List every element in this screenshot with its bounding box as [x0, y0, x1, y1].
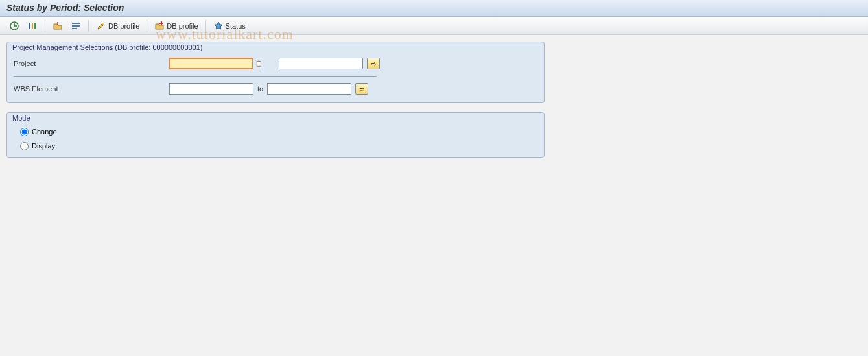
- db-profile-create-button[interactable]: DB profile: [152, 19, 200, 32]
- mode-change-radio[interactable]: [20, 128, 29, 136]
- page-title: Status by Period: Selection: [6, 3, 124, 13]
- get-variant-button[interactable]: [50, 19, 65, 32]
- mode-display-row[interactable]: Display: [14, 139, 537, 153]
- separator: [147, 20, 147, 32]
- title-bar: Status by Period: Selection: [0, 0, 868, 17]
- svg-rect-9: [72, 28, 77, 29]
- project-to-input[interactable]: [279, 58, 363, 69]
- mode-change-label: Change: [32, 128, 57, 136]
- wbs-label: WBS Element: [14, 85, 169, 93]
- mode-group-title: Mode: [7, 113, 544, 123]
- execute-icon: [9, 21, 19, 31]
- db-profile-create-label: DB profile: [167, 22, 198, 30]
- separator: [88, 20, 89, 32]
- db-profile-edit-button[interactable]: DB profile: [93, 19, 142, 32]
- svg-rect-4: [32, 23, 33, 29]
- mode-display-radio[interactable]: [20, 142, 29, 150]
- folder-get-icon: [53, 21, 63, 31]
- project-row: Project ➱: [14, 55, 537, 72]
- wbs-to-label: to: [257, 85, 263, 93]
- svg-rect-3: [29, 23, 30, 29]
- selections-group: Project Management Selections (DB profil…: [6, 42, 545, 103]
- folder-new-icon: [154, 21, 165, 31]
- wbs-row: WBS Element to ➱: [14, 80, 537, 97]
- execute-button[interactable]: [6, 19, 22, 32]
- arrow-right-icon: ➱: [359, 86, 364, 93]
- project-multi-selection-button[interactable]: ➱: [367, 58, 380, 69]
- svg-marker-12: [215, 22, 222, 29]
- svg-rect-8: [72, 25, 80, 27]
- svg-rect-7: [72, 23, 80, 24]
- project-label: Project: [14, 60, 169, 67]
- content-area: Project Management Selections (DB profil…: [0, 35, 868, 173]
- svg-rect-5: [34, 23, 36, 29]
- db-profile-edit-label: DB profile: [108, 22, 139, 30]
- mode-display-label: Display: [32, 142, 55, 150]
- application-toolbar: DB profile DB profile Status: [0, 17, 868, 35]
- mode-change-row[interactable]: Change: [14, 125, 537, 139]
- svg-rect-11: [159, 23, 163, 24]
- wbs-to-input[interactable]: [267, 83, 351, 95]
- wbs-multi-selection-button[interactable]: ➱: [355, 83, 368, 95]
- mode-group: Mode Change Display: [6, 112, 545, 158]
- selections-group-title: Project Management Selections (DB profil…: [7, 42, 544, 53]
- search-help-icon: [253, 58, 263, 69]
- status-icon: [213, 21, 224, 31]
- wbs-from-input[interactable]: [169, 83, 253, 95]
- separator: [205, 20, 206, 32]
- arrow-right-icon: ➱: [371, 60, 376, 67]
- svg-rect-14: [257, 61, 261, 66]
- project-value-help-button[interactable]: [253, 58, 263, 69]
- dynamic-selections-button[interactable]: [68, 19, 84, 32]
- project-from-input[interactable]: [169, 58, 253, 69]
- bars-icon: [27, 21, 38, 31]
- divider: [14, 76, 377, 77]
- status-label: Status: [226, 22, 246, 30]
- pencil-icon: [96, 21, 106, 31]
- separator: [45, 20, 45, 32]
- status-button[interactable]: Status: [211, 19, 248, 32]
- list-icon: [71, 21, 81, 31]
- selection-options-button[interactable]: [25, 19, 40, 32]
